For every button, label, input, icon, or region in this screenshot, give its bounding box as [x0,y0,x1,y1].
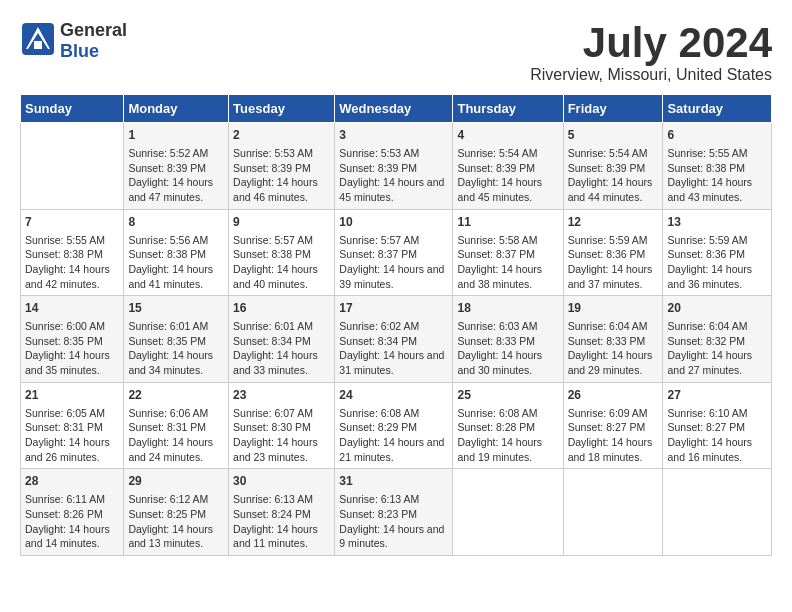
week-row-1: 1Sunrise: 5:52 AMSunset: 8:39 PMDaylight… [21,123,772,210]
day-cell [21,123,124,210]
title-area: July 2024 Riverview, Missouri, United St… [530,20,772,84]
sunrise-text: Sunrise: 6:09 AM [568,406,659,421]
day-cell: 22Sunrise: 6:06 AMSunset: 8:31 PMDayligh… [124,382,229,469]
week-row-2: 7Sunrise: 5:55 AMSunset: 8:38 PMDaylight… [21,209,772,296]
day-cell: 12Sunrise: 5:59 AMSunset: 8:36 PMDayligh… [563,209,663,296]
header-row: SundayMondayTuesdayWednesdayThursdayFrid… [21,95,772,123]
daylight-text: Daylight: 14 hours and 46 minutes. [233,175,330,204]
sunrise-text: Sunrise: 5:59 AM [667,233,767,248]
header-sunday: Sunday [21,95,124,123]
day-cell: 31Sunrise: 6:13 AMSunset: 8:23 PMDayligh… [335,469,453,556]
day-number: 18 [457,300,558,317]
daylight-text: Daylight: 14 hours and 44 minutes. [568,175,659,204]
day-number: 7 [25,214,119,231]
daylight-text: Daylight: 14 hours and 13 minutes. [128,522,224,551]
sunrise-text: Sunrise: 5:55 AM [667,146,767,161]
daylight-text: Daylight: 14 hours and 30 minutes. [457,348,558,377]
daylight-text: Daylight: 14 hours and 45 minutes. [457,175,558,204]
daylight-text: Daylight: 14 hours and 27 minutes. [667,348,767,377]
sunset-text: Sunset: 8:36 PM [667,247,767,262]
day-cell: 17Sunrise: 6:02 AMSunset: 8:34 PMDayligh… [335,296,453,383]
sunset-text: Sunset: 8:36 PM [568,247,659,262]
sunrise-text: Sunrise: 5:54 AM [568,146,659,161]
day-number: 12 [568,214,659,231]
sunrise-text: Sunrise: 6:04 AM [667,319,767,334]
sunrise-text: Sunrise: 6:10 AM [667,406,767,421]
day-cell: 15Sunrise: 6:01 AMSunset: 8:35 PMDayligh… [124,296,229,383]
day-number: 2 [233,127,330,144]
sunrise-text: Sunrise: 5:53 AM [233,146,330,161]
day-number: 20 [667,300,767,317]
sunrise-text: Sunrise: 5:59 AM [568,233,659,248]
day-cell [563,469,663,556]
day-number: 24 [339,387,448,404]
logo-graphic [20,21,56,61]
sunset-text: Sunset: 8:23 PM [339,507,448,522]
day-cell: 11Sunrise: 5:58 AMSunset: 8:37 PMDayligh… [453,209,563,296]
logo-general: General [60,20,127,40]
day-cell: 1Sunrise: 5:52 AMSunset: 8:39 PMDaylight… [124,123,229,210]
sunrise-text: Sunrise: 5:56 AM [128,233,224,248]
sunrise-text: Sunrise: 6:01 AM [233,319,330,334]
daylight-text: Daylight: 14 hours and 18 minutes. [568,435,659,464]
week-row-4: 21Sunrise: 6:05 AMSunset: 8:31 PMDayligh… [21,382,772,469]
sunset-text: Sunset: 8:35 PM [128,334,224,349]
sunrise-text: Sunrise: 5:58 AM [457,233,558,248]
sunset-text: Sunset: 8:35 PM [25,334,119,349]
sunrise-text: Sunrise: 5:52 AM [128,146,224,161]
sunset-text: Sunset: 8:39 PM [457,161,558,176]
sunset-text: Sunset: 8:32 PM [667,334,767,349]
day-cell: 23Sunrise: 6:07 AMSunset: 8:30 PMDayligh… [229,382,335,469]
sunrise-text: Sunrise: 5:57 AM [339,233,448,248]
daylight-text: Daylight: 14 hours and 23 minutes. [233,435,330,464]
daylight-text: Daylight: 14 hours and 9 minutes. [339,522,448,551]
day-number: 9 [233,214,330,231]
daylight-text: Daylight: 14 hours and 42 minutes. [25,262,119,291]
sunrise-text: Sunrise: 6:00 AM [25,319,119,334]
daylight-text: Daylight: 14 hours and 29 minutes. [568,348,659,377]
day-number: 13 [667,214,767,231]
sunset-text: Sunset: 8:37 PM [339,247,448,262]
sunrise-text: Sunrise: 6:13 AM [339,492,448,507]
sunrise-text: Sunrise: 6:06 AM [128,406,224,421]
day-number: 22 [128,387,224,404]
daylight-text: Daylight: 14 hours and 31 minutes. [339,348,448,377]
day-cell: 13Sunrise: 5:59 AMSunset: 8:36 PMDayligh… [663,209,772,296]
sunrise-text: Sunrise: 6:03 AM [457,319,558,334]
day-cell: 19Sunrise: 6:04 AMSunset: 8:33 PMDayligh… [563,296,663,383]
day-cell: 8Sunrise: 5:56 AMSunset: 8:38 PMDaylight… [124,209,229,296]
sunrise-text: Sunrise: 5:54 AM [457,146,558,161]
sunset-text: Sunset: 8:39 PM [568,161,659,176]
day-cell: 25Sunrise: 6:08 AMSunset: 8:28 PMDayligh… [453,382,563,469]
day-number: 19 [568,300,659,317]
sunset-text: Sunset: 8:37 PM [457,247,558,262]
day-cell: 20Sunrise: 6:04 AMSunset: 8:32 PMDayligh… [663,296,772,383]
day-cell: 10Sunrise: 5:57 AMSunset: 8:37 PMDayligh… [335,209,453,296]
sunset-text: Sunset: 8:26 PM [25,507,119,522]
daylight-text: Daylight: 14 hours and 40 minutes. [233,262,330,291]
daylight-text: Daylight: 14 hours and 43 minutes. [667,175,767,204]
header-thursday: Thursday [453,95,563,123]
sunrise-text: Sunrise: 6:08 AM [339,406,448,421]
daylight-text: Daylight: 14 hours and 38 minutes. [457,262,558,291]
daylight-text: Daylight: 14 hours and 45 minutes. [339,175,448,204]
calendar-table: SundayMondayTuesdayWednesdayThursdayFrid… [20,94,772,556]
sunset-text: Sunset: 8:34 PM [233,334,330,349]
logo: General Blue [20,20,127,62]
day-number: 6 [667,127,767,144]
day-cell: 9Sunrise: 5:57 AMSunset: 8:38 PMDaylight… [229,209,335,296]
day-number: 21 [25,387,119,404]
day-number: 17 [339,300,448,317]
day-number: 11 [457,214,558,231]
sunrise-text: Sunrise: 6:13 AM [233,492,330,507]
sunset-text: Sunset: 8:27 PM [667,420,767,435]
day-cell: 7Sunrise: 5:55 AMSunset: 8:38 PMDaylight… [21,209,124,296]
day-cell: 14Sunrise: 6:00 AMSunset: 8:35 PMDayligh… [21,296,124,383]
day-number: 15 [128,300,224,317]
day-cell: 6Sunrise: 5:55 AMSunset: 8:38 PMDaylight… [663,123,772,210]
day-cell: 2Sunrise: 5:53 AMSunset: 8:39 PMDaylight… [229,123,335,210]
day-number: 28 [25,473,119,490]
day-number: 5 [568,127,659,144]
main-title: July 2024 [530,20,772,66]
sunset-text: Sunset: 8:24 PM [233,507,330,522]
